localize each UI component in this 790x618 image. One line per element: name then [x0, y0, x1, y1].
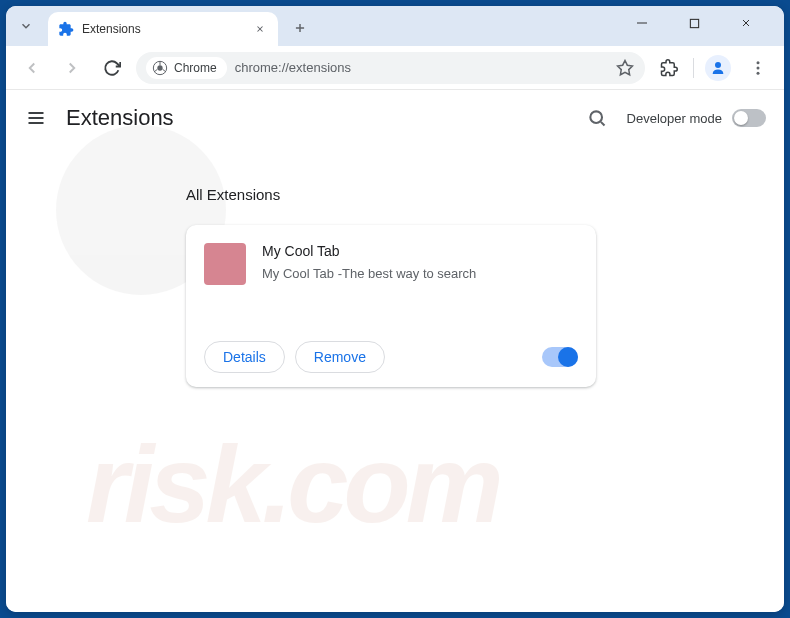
extensions-page: risk.com Extensions Developer mode All E… — [6, 90, 784, 612]
hamburger-menu-icon[interactable] — [24, 106, 48, 130]
search-extensions-button[interactable] — [585, 106, 609, 130]
reload-button[interactable] — [96, 52, 128, 84]
chrome-chip: Chrome — [146, 57, 227, 79]
kebab-menu-button[interactable] — [742, 52, 774, 84]
section-title: All Extensions — [186, 186, 784, 203]
chrome-logo-icon — [152, 60, 168, 76]
svg-line-19 — [600, 122, 604, 126]
close-tab-button[interactable] — [252, 21, 268, 37]
page-header: Extensions Developer mode — [6, 90, 784, 146]
new-tab-button[interactable] — [286, 14, 314, 42]
tab-bar: Extensions — [6, 6, 784, 46]
back-button[interactable] — [16, 52, 48, 84]
extension-enable-toggle[interactable] — [542, 347, 578, 367]
avatar-icon — [705, 55, 731, 81]
browser-tab[interactable]: Extensions — [48, 12, 278, 46]
remove-button[interactable]: Remove — [295, 341, 385, 373]
tab-title: Extensions — [82, 22, 244, 36]
extension-app-icon — [204, 243, 246, 285]
bookmark-star-icon[interactable] — [615, 58, 635, 78]
toolbar-divider — [693, 58, 694, 78]
close-window-button[interactable] — [726, 8, 766, 38]
chrome-chip-label: Chrome — [174, 61, 217, 75]
extension-card: My Cool Tab My Cool Tab -The best way to… — [186, 225, 596, 387]
forward-button[interactable] — [56, 52, 88, 84]
maximize-button[interactable] — [674, 8, 714, 38]
extension-description: My Cool Tab -The best way to search — [262, 265, 578, 283]
page-title: Extensions — [66, 105, 174, 131]
extension-icon — [58, 21, 74, 37]
content-area: All Extensions My Cool Tab My Cool Tab -… — [6, 146, 784, 387]
minimize-button[interactable] — [622, 8, 662, 38]
svg-point-14 — [757, 71, 760, 74]
svg-point-12 — [757, 61, 760, 64]
navigation-toolbar: Chrome chrome://extensions — [6, 46, 784, 90]
developer-mode-label: Developer mode — [627, 111, 722, 126]
developer-mode-toggle[interactable]: Developer mode — [627, 109, 766, 127]
address-bar[interactable]: Chrome chrome://extensions — [136, 52, 645, 84]
profile-button[interactable] — [702, 52, 734, 84]
svg-point-9 — [157, 65, 162, 70]
svg-marker-10 — [618, 60, 633, 74]
extensions-toolbar-icon[interactable] — [653, 52, 685, 84]
window-controls — [622, 8, 776, 38]
extension-name: My Cool Tab — [262, 243, 578, 259]
svg-point-13 — [757, 66, 760, 69]
svg-point-18 — [590, 111, 602, 123]
tab-search-dropdown[interactable] — [14, 14, 38, 38]
browser-window: Extensions — [6, 6, 784, 612]
details-button[interactable]: Details — [204, 341, 285, 373]
toggle-off-icon — [732, 109, 766, 127]
svg-rect-5 — [690, 19, 698, 27]
url-text: chrome://extensions — [235, 60, 351, 75]
svg-point-11 — [715, 62, 721, 68]
